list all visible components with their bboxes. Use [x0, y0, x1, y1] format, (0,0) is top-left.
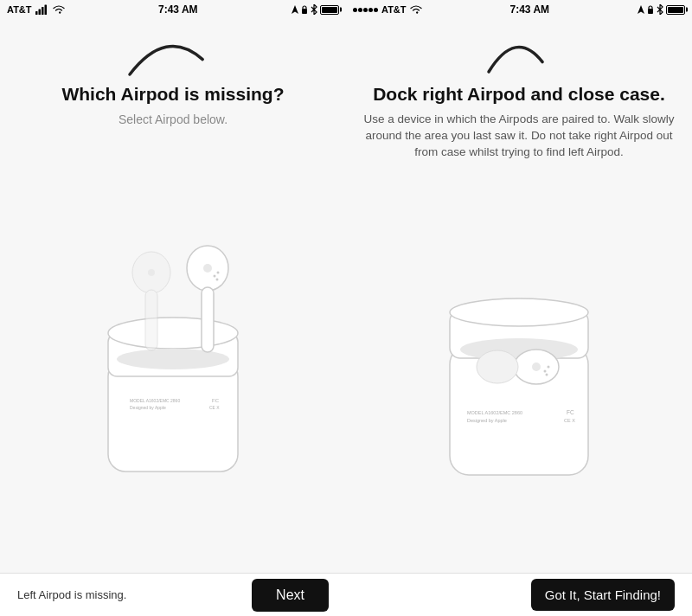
next-button[interactable]: Next	[252, 579, 329, 612]
svg-rect-5	[302, 9, 307, 14]
time-right: 7:43 AM	[509, 3, 549, 16]
status-right-right	[638, 4, 685, 15]
svg-point-15	[203, 264, 212, 273]
svg-text:Designed by Apple: Designed by Apple	[130, 405, 166, 410]
svg-text:Designed by Apple: Designed by Apple	[467, 418, 507, 423]
arc-svg-left	[121, 27, 225, 79]
battery-icon-left	[320, 5, 339, 15]
battery-fill-left	[322, 7, 337, 13]
svg-point-32	[548, 365, 550, 368]
arc-svg-right	[467, 27, 571, 79]
svg-rect-0	[35, 11, 38, 15]
arc-animation-left	[0, 22, 346, 83]
left-panel-subtitle: Select Airpod below.	[17, 112, 329, 129]
battery-icon-right	[666, 5, 685, 15]
right-panel-subtitle: Use a device in which the Airpods are pa…	[363, 112, 675, 161]
lock-icon-right	[647, 5, 654, 14]
svg-point-34	[477, 350, 518, 383]
bluetooth-icon-right	[657, 4, 663, 15]
svg-point-17	[217, 272, 220, 274]
svg-point-18	[216, 279, 219, 281]
arc-animation-right	[346, 22, 692, 83]
left-panel-content: Which Airpod is missing? Select Airpod b…	[0, 83, 346, 129]
status-left-right: AT&T	[353, 4, 422, 15]
bottom-status-text: Left Airpod is missing.	[17, 588, 126, 601]
status-left: AT&T	[7, 4, 65, 15]
svg-rect-1	[38, 10, 41, 16]
svg-point-27	[450, 298, 588, 326]
airpods-illustration-left: MODEL A1602/EMC 2860 Designed by Apple F…	[61, 212, 285, 489]
svg-point-9	[117, 349, 229, 369]
right-panel-content: Dock right Airpod and close case. Use a …	[346, 83, 692, 161]
location-icon-left	[292, 5, 298, 14]
svg-marker-4	[292, 5, 298, 14]
signal-icon-left	[35, 4, 49, 15]
status-bar-right: AT&T 7:43 AM	[346, 0, 692, 19]
svg-text:CE X: CE X	[209, 405, 220, 410]
svg-rect-3	[44, 5, 47, 16]
signal-dots-right	[353, 8, 378, 12]
svg-marker-23	[638, 5, 644, 14]
svg-text:FC: FC	[567, 409, 574, 415]
svg-point-33	[546, 373, 548, 375]
airpods-illustration-right: MODEL A1602/EMC 2860 Designed by Apple F…	[424, 241, 614, 492]
svg-text:MODEL A1602/EMC 2860: MODEL A1602/EMC 2860	[467, 410, 522, 415]
battery-fill-right	[668, 7, 683, 13]
status-right-left	[292, 4, 339, 15]
airpods-image-right: MODEL A1602/EMC 2860 Designed by Apple F…	[346, 161, 692, 573]
right-panel-title: Dock right Airpod and close case.	[363, 83, 675, 105]
bottom-bar-right: Got It, Start Finding!	[346, 573, 692, 616]
svg-rect-14	[202, 287, 214, 352]
svg-text:MODEL A1602/EMC 2860: MODEL A1602/EMC 2860	[130, 398, 180, 403]
svg-point-31	[544, 369, 547, 372]
lock-icon-left	[301, 5, 308, 14]
location-icon-right	[638, 5, 644, 14]
wifi-icon-left	[53, 5, 65, 15]
airpods-image-left: MODEL A1602/EMC 2860 Designed by Apple F…	[0, 129, 346, 573]
svg-rect-24	[648, 9, 653, 14]
wifi-icon-right	[410, 5, 422, 15]
left-panel-title: Which Airpod is missing?	[17, 83, 329, 105]
svg-text:CE X: CE X	[564, 418, 575, 423]
right-panel: AT&T 7:43 AM	[346, 0, 692, 616]
svg-point-16	[214, 275, 216, 278]
svg-rect-11	[145, 290, 157, 350]
carrier-left: AT&T	[7, 4, 32, 15]
start-finding-button[interactable]: Got It, Start Finding!	[531, 579, 675, 611]
carrier-right: AT&T	[381, 4, 407, 15]
svg-point-8	[108, 318, 238, 349]
time-left: 7:43 AM	[158, 3, 198, 16]
left-panel: AT&T 7:43 AM	[0, 0, 346, 616]
status-bar-left: AT&T 7:43 AM	[0, 0, 346, 19]
bluetooth-icon-left	[311, 4, 317, 15]
bottom-bar-left: Left Airpod is missing. Next	[0, 573, 346, 616]
svg-text:FC: FC	[212, 398, 220, 403]
svg-point-30	[532, 363, 541, 371]
svg-point-12	[148, 269, 155, 276]
svg-rect-2	[42, 7, 44, 15]
